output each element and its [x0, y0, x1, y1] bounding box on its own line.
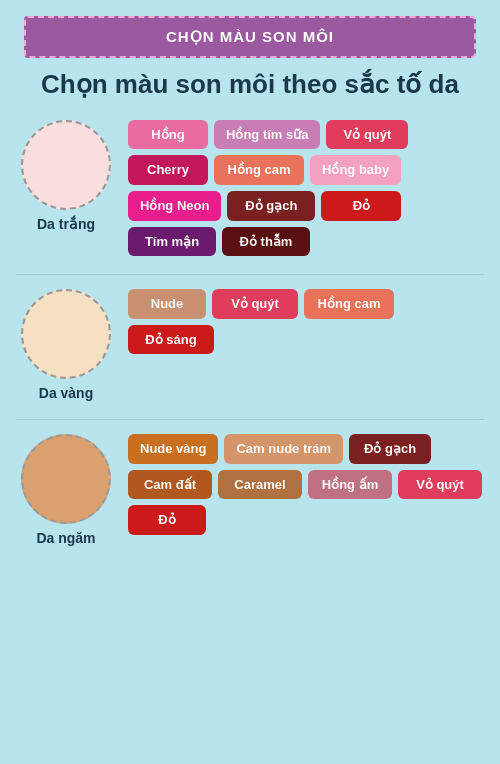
color-btn-da-ngam-1[interactable]: Cam nude trám	[224, 434, 343, 464]
color-btn-da-trang-1[interactable]: Hồng tím sữa	[214, 120, 320, 150]
color-btn-da-trang-3[interactable]: Cherry	[128, 155, 208, 185]
skin-label-da-trang: Da trắng	[37, 216, 95, 232]
color-btn-da-trang-8[interactable]: Đỏ	[321, 191, 401, 221]
color-btn-da-ngam-2[interactable]: Đỏ gạch	[349, 434, 431, 464]
color-btn-da-trang-10[interactable]: Đỏ thẫm	[222, 227, 310, 257]
color-btn-da-trang-4[interactable]: Hồng cam	[214, 155, 304, 185]
skin-circle-da-vang	[21, 289, 111, 379]
color-btn-da-ngam-0[interactable]: Nude vàng	[128, 434, 218, 464]
color-btn-da-trang-5[interactable]: Hồng baby	[310, 155, 401, 185]
skin-label-da-vang: Da vàng	[39, 385, 93, 401]
skin-circle-wrap-da-trang: Da trắng	[16, 120, 116, 232]
color-btn-da-trang-9[interactable]: Tím mận	[128, 227, 216, 257]
color-btn-da-trang-0[interactable]: Hồng	[128, 120, 208, 150]
color-btn-da-ngam-7[interactable]: Đỏ	[128, 505, 206, 535]
section-divider-1	[16, 419, 484, 420]
color-btn-da-vang-3[interactable]: Đỏ sáng	[128, 325, 214, 355]
color-btn-da-vang-0[interactable]: Nude	[128, 289, 206, 319]
color-btn-da-vang-1[interactable]: Vỏ quýt	[212, 289, 298, 319]
color-btn-da-trang-2[interactable]: Vỏ quýt	[326, 120, 408, 150]
color-btn-da-vang-2[interactable]: Hồng cam	[304, 289, 394, 319]
color-btn-da-ngam-4[interactable]: Caramel	[218, 470, 302, 500]
color-btn-da-ngam-3[interactable]: Cam đất	[128, 470, 212, 500]
color-btn-da-ngam-5[interactable]: Hồng ấm	[308, 470, 392, 500]
color-btn-da-trang-7[interactable]: Đỏ gạch	[227, 191, 315, 221]
main-title: Chọn màu son môi theo sắc tố da	[30, 68, 470, 102]
color-btn-da-ngam-6[interactable]: Vỏ quýt	[398, 470, 482, 500]
section-divider-0	[16, 274, 484, 275]
header-banner: CHỌN MÀU SON MÔI	[24, 16, 476, 58]
colors-grid-da-ngam: Nude vàngCam nude trámĐỏ gạchCam đấtCara…	[128, 434, 484, 535]
header-banner-text: CHỌN MÀU SON MÔI	[166, 28, 334, 45]
skin-circle-da-ngam	[21, 434, 111, 524]
skin-circle-wrap-da-ngam: Da ngăm	[16, 434, 116, 546]
skin-label-da-ngam: Da ngăm	[36, 530, 95, 546]
skin-circle-wrap-da-vang: Da vàng	[16, 289, 116, 401]
colors-grid-da-vang: NudeVỏ quýtHồng camĐỏ sáng	[128, 289, 484, 354]
section-da-ngam: Da ngămNude vàngCam nude trámĐỏ gạchCam …	[16, 434, 484, 546]
color-btn-da-trang-6[interactable]: Hồng Neon	[128, 191, 221, 221]
section-da-trang: Da trắngHồngHồng tím sữaVỏ quýtCherryHồn…	[16, 120, 484, 256]
colors-grid-da-trang: HồngHồng tím sữaVỏ quýtCherryHồng camHồn…	[128, 120, 484, 256]
skin-circle-da-trang	[21, 120, 111, 210]
section-da-vang: Da vàngNudeVỏ quýtHồng camĐỏ sáng	[16, 289, 484, 401]
